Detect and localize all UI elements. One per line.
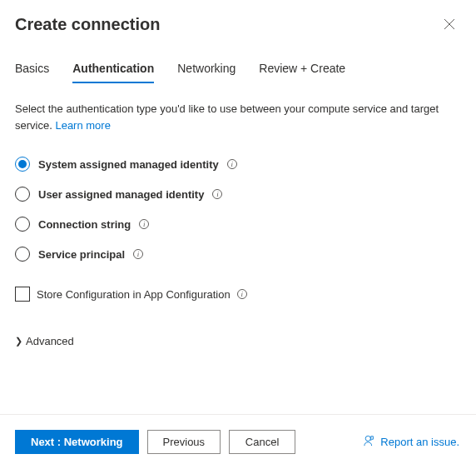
auth-description: Select the authentication type you'd lik… xyxy=(15,101,459,133)
feedback-icon xyxy=(364,435,375,449)
info-icon[interactable]: i xyxy=(212,189,222,199)
tab-basics[interactable]: Basics xyxy=(15,62,49,83)
svg-point-2 xyxy=(366,436,371,441)
store-config-checkbox-row[interactable]: Store Configuration in App Configuration… xyxy=(15,287,459,302)
auth-option-system-assigned[interactable]: System assigned managed identity i xyxy=(15,157,459,172)
radio-input[interactable] xyxy=(15,157,30,172)
info-icon[interactable]: i xyxy=(237,289,247,299)
radio-label: Connection string xyxy=(38,218,131,231)
radio-label: Service principal xyxy=(38,248,125,261)
tab-review-create[interactable]: Review + Create xyxy=(259,62,345,83)
tab-authentication[interactable]: Authentication xyxy=(72,62,154,83)
checkbox-input[interactable] xyxy=(15,287,30,302)
radio-input[interactable] xyxy=(15,187,30,202)
auth-option-service-principal[interactable]: Service principal i xyxy=(15,247,459,262)
cancel-button[interactable]: Cancel xyxy=(229,430,295,454)
learn-more-link[interactable]: Learn more xyxy=(55,119,110,132)
footer-bar: Next : Networking Previous Cancel Report… xyxy=(15,415,459,469)
auth-option-user-assigned[interactable]: User assigned managed identity i xyxy=(15,187,459,202)
radio-input[interactable] xyxy=(15,217,30,232)
radio-input[interactable] xyxy=(15,247,30,262)
close-icon xyxy=(444,18,455,32)
auth-option-connection-string[interactable]: Connection string i xyxy=(15,217,459,232)
tab-bar: Basics Authentication Networking Review … xyxy=(15,62,459,84)
advanced-label: Advanced xyxy=(26,335,74,347)
report-issue-link[interactable]: Report an issue. xyxy=(364,435,459,449)
radio-label: User assigned managed identity xyxy=(38,188,204,201)
checkbox-label: Store Configuration in App Configuration xyxy=(37,288,231,301)
tab-networking[interactable]: Networking xyxy=(177,62,236,83)
info-icon[interactable]: i xyxy=(133,249,143,259)
info-icon[interactable]: i xyxy=(139,219,149,229)
auth-type-radio-group: System assigned managed identity i User … xyxy=(15,157,459,262)
radio-label: System assigned managed identity xyxy=(38,158,219,171)
info-icon[interactable]: i xyxy=(227,159,237,169)
page-title: Create connection xyxy=(15,15,160,34)
advanced-toggle[interactable]: ❯ Advanced xyxy=(15,335,459,347)
chevron-right-icon: ❯ xyxy=(15,336,22,347)
report-issue-label: Report an issue. xyxy=(380,436,459,448)
close-button[interactable] xyxy=(439,15,459,35)
previous-button[interactable]: Previous xyxy=(147,430,221,454)
next-button[interactable]: Next : Networking xyxy=(15,430,139,454)
